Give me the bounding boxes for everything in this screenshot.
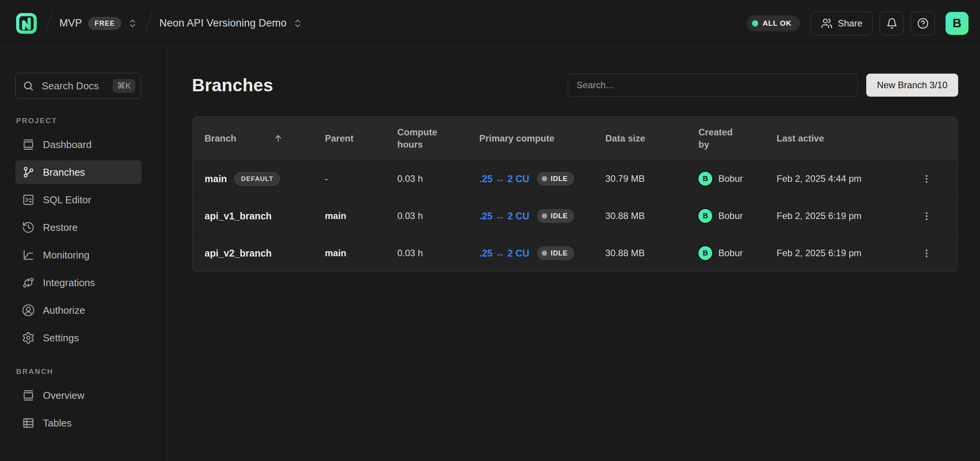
status-dot-icon	[542, 250, 547, 256]
column-header-created-by[interactable]: Created by	[698, 126, 744, 150]
tables-icon	[21, 416, 35, 430]
status-dot-icon	[542, 213, 547, 219]
sidebar-item-restore[interactable]: Restore	[15, 216, 142, 239]
page-title: Branches	[192, 75, 273, 95]
share-button[interactable]: Share	[811, 12, 873, 35]
column-header-parent[interactable]: Parent	[325, 132, 397, 144]
sidebar-item-tables[interactable]: Tables	[15, 411, 142, 435]
branch-name[interactable]: main	[205, 173, 227, 184]
table-row-api-v1-branch[interactable]: api_v1_branchmain0.03 h.25 ↔ 2 CUIDLE30.…	[192, 197, 957, 234]
primary-compute-cell: .25 ↔ 2 CUIDLE	[479, 209, 605, 223]
status-badge[interactable]: ALL OK	[747, 15, 800, 31]
users-icon	[821, 18, 833, 29]
project-name: Neon API Versioning Demo	[159, 17, 287, 29]
created-by-cell: BBobur	[698, 209, 777, 223]
settings-icon	[21, 331, 35, 345]
branch-cell: api_v2_branch	[192, 248, 325, 259]
column-header-branch[interactable]: Branch	[192, 132, 325, 144]
sidebar-item-label: Restore	[43, 222, 78, 234]
row-actions-menu-button[interactable]	[916, 206, 936, 226]
breadcrumb-project-selector[interactable]: Neon API Versioning Demo	[159, 17, 303, 29]
sidebar-item-dashboard[interactable]: Dashboard	[15, 133, 142, 156]
search-icon	[23, 80, 34, 92]
sort-ascending-icon[interactable]	[273, 133, 283, 143]
compute-size-link[interactable]: .25 ↔ 2 CU	[479, 211, 529, 222]
sidebar-item-settings[interactable]: Settings	[15, 326, 142, 350]
table-row-api-v2-branch[interactable]: api_v2_branchmain0.03 h.25 ↔ 2 CUIDLE30.…	[192, 234, 957, 272]
keyboard-shortcut-badge: ⌘K	[113, 79, 135, 93]
status-label: ALL OK	[763, 19, 792, 28]
sidebar-item-authorize[interactable]: Authorize	[15, 298, 142, 322]
notifications-button[interactable]	[880, 12, 904, 35]
neon-logo-icon[interactable]	[15, 12, 38, 35]
primary-compute-cell: .25 ↔ 2 CUIDLE	[479, 172, 605, 186]
sidebar-item-label: Integrations	[43, 277, 95, 289]
column-header-last-active[interactable]: Last active	[777, 132, 895, 144]
plan-badge: FREE	[88, 17, 121, 30]
app-window: MVP FREE Neon API Versioning Demo ALL OK…	[0, 0, 980, 461]
branches-icon	[21, 165, 35, 179]
compute-status-badge: IDLE	[537, 172, 574, 186]
creator-avatar: B	[698, 172, 712, 186]
help-button[interactable]	[911, 12, 935, 35]
compute-status-badge: IDLE	[537, 209, 574, 223]
sidebar-item-label: Authorize	[43, 305, 85, 316]
kebab-menu-icon	[921, 211, 932, 221]
column-header-data-size[interactable]: Data size	[605, 132, 698, 144]
sql-editor-icon	[21, 193, 35, 207]
compute-status-label: IDLE	[551, 250, 568, 257]
status-ok-dot-icon	[752, 20, 758, 26]
kebab-menu-icon	[921, 248, 932, 258]
topbar: MVP FREE Neon API Versioning Demo ALL OK…	[0, 0, 980, 47]
compute-status-label: IDLE	[551, 175, 568, 182]
breadcrumb-divider	[45, 13, 52, 34]
sidebar-item-overview[interactable]: Overview	[15, 384, 142, 407]
primary-compute-cell: .25 ↔ 2 CUIDLE	[479, 246, 605, 260]
sidebar-nav: PROJECTDashboardBranchesSQL EditorRestor…	[0, 117, 167, 435]
last-active-cell: Feb 2, 2025 4:44 pm	[777, 173, 895, 184]
sidebar-item-sql-editor[interactable]: SQL Editor	[15, 188, 142, 212]
branch-search-input[interactable]	[568, 74, 858, 97]
branch-name[interactable]: api_v1_branch	[205, 211, 272, 222]
chevrons-up-down-icon	[293, 18, 303, 28]
branch-cell: api_v1_branch	[192, 211, 325, 222]
sidebar-item-label: Settings	[43, 332, 79, 344]
new-branch-button[interactable]: New Branch 3/10	[866, 74, 958, 97]
parent-cell: main	[325, 211, 397, 221]
restore-icon	[21, 221, 35, 234]
kebab-menu-icon	[921, 174, 932, 184]
compute-status-label: IDLE	[551, 212, 568, 219]
sidebar: Search Docs ⌘K PROJECTDashboardBranchesS…	[0, 47, 167, 461]
sidebar-item-integrations[interactable]: Integrations	[15, 271, 142, 295]
help-circle-icon	[917, 18, 929, 29]
breadcrumb-org-selector[interactable]: MVP FREE	[59, 17, 138, 30]
creator-avatar: B	[698, 209, 712, 223]
column-header-primary-compute[interactable]: Primary compute	[479, 132, 605, 144]
creator-name: Bobur	[718, 211, 743, 221]
org-name: MVP	[59, 17, 82, 29]
row-actions-menu-button[interactable]	[916, 169, 936, 189]
creator-name: Bobur	[718, 173, 743, 184]
branch-cell: mainDEFAULT	[192, 172, 325, 186]
sidebar-item-branches[interactable]: Branches	[15, 160, 142, 184]
search-docs-button[interactable]: Search Docs ⌘K	[15, 73, 141, 99]
authorize-icon	[21, 303, 35, 317]
user-avatar[interactable]: B	[946, 12, 969, 35]
compute-hours-cell: 0.03 h	[397, 248, 479, 258]
creator-avatar: B	[698, 246, 712, 260]
column-header-compute-hours[interactable]: Compute hours	[397, 126, 443, 150]
parent-cell: -	[325, 173, 397, 184]
status-dot-icon	[542, 176, 547, 181]
sidebar-item-label: SQL Editor	[43, 194, 91, 206]
compute-status-badge: IDLE	[537, 246, 574, 260]
compute-size-link[interactable]: .25 ↔ 2 CU	[479, 173, 529, 184]
compute-size-link[interactable]: .25 ↔ 2 CU	[479, 248, 529, 259]
sidebar-item-monitoring[interactable]: Monitoring	[15, 243, 142, 267]
created-by-cell: BBobur	[698, 172, 777, 186]
row-actions-menu-button[interactable]	[916, 243, 936, 263]
sidebar-item-label: Tables	[43, 417, 72, 429]
sidebar-section-label-branch: BRANCH	[16, 367, 167, 376]
table-row-main[interactable]: mainDEFAULT-0.03 h.25 ↔ 2 CUIDLE30.79 MB…	[192, 160, 957, 197]
branch-name[interactable]: api_v2_branch	[205, 248, 272, 259]
search-docs-label: Search Docs	[42, 80, 105, 92]
